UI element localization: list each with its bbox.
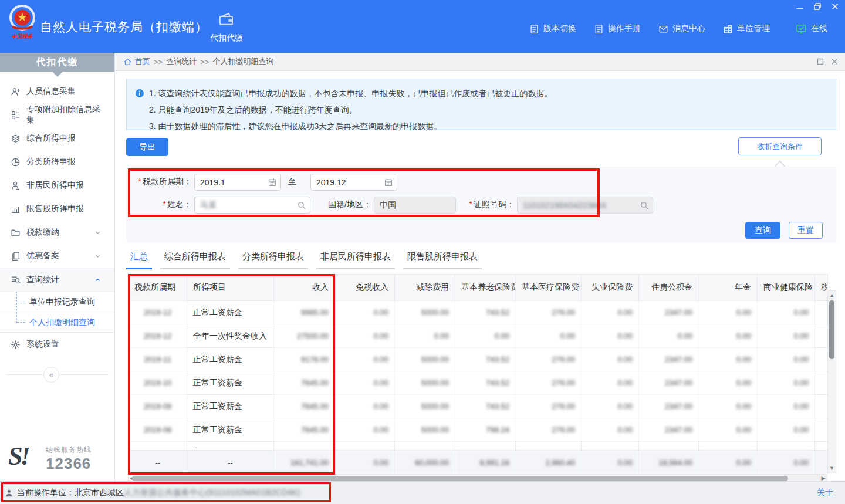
header-nav-version[interactable]: 版本切换: [529, 23, 576, 34]
scroll-up-icon[interactable]: ▲: [828, 292, 836, 299]
vertical-scrollbar-thumb[interactable]: [829, 300, 834, 359]
table-header-cell: 商业健康保险: [758, 275, 815, 301]
hotline-block: S! 纳税服务热线 12366: [8, 441, 108, 474]
table-cell: 正常工资薪金: [187, 418, 274, 442]
tab-3[interactable]: 非居民所得申报表: [316, 251, 395, 269]
table-row: 2019-12正常工资薪金9985.000.005000.00743.52279…: [129, 301, 828, 324]
sidebar-subitem-0[interactable]: 单位申报记录查询: [0, 291, 114, 312]
header-tab-withholding[interactable]: 代扣代缴: [204, 11, 249, 47]
sidebar-item-label: 优惠备案: [26, 251, 59, 261]
home-icon: [123, 57, 132, 66]
reset-button[interactable]: 重置: [789, 222, 823, 239]
calendar-icon[interactable]: [384, 178, 393, 187]
table-cell: 正常工资薪金: [187, 371, 274, 395]
table-cell: [699, 442, 758, 451]
sidebar-item-5[interactable]: 限售股所得申报: [0, 197, 114, 221]
wallet-icon: [217, 11, 236, 28]
query-button[interactable]: 查询: [745, 222, 780, 239]
scroll-down-icon[interactable]: ▼: [828, 465, 836, 472]
period-to-input[interactable]: 2019.12: [310, 174, 397, 191]
header-nav-org[interactable]: 单位管理: [723, 23, 770, 34]
table-cell: 9985.00: [274, 301, 335, 324]
panel-maximize-icon[interactable]: [817, 58, 824, 65]
app-title: 自然人电子税务局（扣缴端）: [40, 19, 208, 35]
sidebar-item-label: 税款缴纳: [26, 227, 59, 238]
app-header: 中国税务 自然人电子税务局（扣缴端） 代扣代缴 版本切换操作手册消息中心单位管理…: [0, 0, 845, 53]
name-label: *姓名：: [150, 199, 192, 210]
sidebar-item-2[interactable]: 综合所得申报: [0, 127, 114, 150]
table-cell: 279.00: [516, 371, 582, 395]
table-row: 2019-10正常工资薪金7645.000.005000.00743.52279…: [129, 371, 828, 395]
search-icon[interactable]: [640, 201, 649, 210]
table-cell: 7645.00: [274, 418, 335, 442]
close-icon[interactable]: [830, 2, 840, 13]
export-button[interactable]: 导出: [126, 138, 168, 156]
breadcrumb-level1[interactable]: 查询统计: [166, 56, 197, 67]
sidebar-item-7[interactable]: 优惠备案: [0, 244, 114, 268]
table-cell: 2347.00: [639, 395, 699, 418]
header-tab-label: 代扣代缴: [204, 33, 249, 43]
sidebar-item-3[interactable]: 分类所得申报: [0, 150, 114, 174]
tab-1[interactable]: 综合所得申报表: [160, 251, 230, 269]
tab-2[interactable]: 分类所得申报表: [238, 251, 308, 269]
table-cell: 279.00: [516, 301, 582, 324]
sidebar-item-8[interactable]: 查询统计: [0, 268, 114, 291]
table-cell: 2347.00: [639, 301, 699, 324]
minimize-icon[interactable]: [795, 2, 805, 13]
current-unit-label: 当前操作单位：: [17, 488, 75, 498]
folder-icon: [11, 228, 21, 238]
table-header-cell: 减除费用: [395, 275, 455, 301]
nav-label: 消息中心: [672, 23, 705, 34]
sidebar-item-6[interactable]: 税款缴纳: [0, 221, 114, 244]
sidebar-item-label: 查询统计: [26, 275, 59, 285]
table-cell: 0.00: [582, 301, 639, 324]
search-icon[interactable]: [297, 201, 306, 210]
table-cell: 2,960.40: [516, 451, 582, 475]
sidebar-item-0[interactable]: 人员信息采集: [0, 80, 114, 103]
table-row: 2019-12全年一次性奖金收入27500.000.000.000.000.00…: [129, 324, 828, 348]
sidebar-collapse-button[interactable]: «: [43, 367, 59, 383]
sidebar-subitem-1[interactable]: 个人扣缴明细查询: [0, 312, 114, 332]
about-link[interactable]: 关于: [817, 488, 833, 498]
table-cell: 0.00: [455, 324, 516, 348]
table-cell: 全年一次性奖金收入: [187, 324, 274, 348]
panel-close-icon[interactable]: [831, 58, 838, 65]
table-header-cell: 所得项目: [187, 275, 274, 301]
tab-0[interactable]: 汇总: [126, 251, 152, 269]
header-nav-messages[interactable]: 消息中心: [658, 23, 705, 34]
restore-icon[interactable]: [812, 2, 823, 13]
collapse-query-button[interactable]: 收折查询条件: [738, 137, 822, 155]
main-content: 1. 该查询统计表仅能查询已申报成功的数据，不包含未申报、申报失败，已申报但已作…: [115, 71, 845, 481]
table-cell: 0.00: [582, 324, 639, 348]
nationality-label: 国籍/地区：: [322, 199, 371, 210]
table-cell: 0.00: [582, 451, 639, 475]
sidebar-item-settings[interactable]: 系统设置: [0, 333, 114, 356]
period-from-input[interactable]: 2019.1: [194, 174, 281, 191]
sidebar-item-1[interactable]: 专项附加扣除信息采集: [0, 103, 114, 127]
table-cell: [335, 442, 395, 451]
table-cell: 0.00: [335, 324, 395, 348]
notice-line: 2. 只能查询2019年及之后的数据，不能进行跨年度查询。: [135, 102, 827, 118]
vertical-scrollbar[interactable]: ▲ ▼: [827, 290, 836, 473]
table-cell: 9178.00: [274, 348, 335, 371]
table-cell: 正常工资薪金: [187, 301, 274, 324]
table-cell: 0.00: [582, 395, 639, 418]
table-cell: [815, 301, 828, 324]
header-nav-manual[interactable]: 操作手册: [594, 23, 641, 34]
breadcrumb-home[interactable]: 首页: [135, 56, 150, 67]
query-form: *税款所属期： 2019.1 至 2019.12 *姓名： 马某 国籍/地区： …: [126, 167, 836, 242]
tab-4[interactable]: 限售股所得申报表: [403, 251, 482, 269]
chevron-down-icon: [94, 252, 102, 260]
calendar-icon[interactable]: [268, 178, 277, 187]
table-header-cell: 税款所属期: [129, 275, 187, 301]
sidebar-item-4[interactable]: 非居民所得申报: [0, 174, 114, 197]
table-cell: 5000.00: [395, 371, 455, 395]
table-cell: [815, 348, 828, 371]
horizontal-scrollbar-thumb[interactable]: [132, 476, 788, 481]
name-input[interactable]: 马某: [194, 197, 310, 214]
sidebar-item-label: 综合所得申报: [26, 133, 76, 144]
id-number-input[interactable]: 110102199X0422384X: [517, 197, 653, 214]
bar-chart-icon: [11, 204, 21, 214]
online-status[interactable]: 在线: [796, 23, 827, 34]
info-icon: [135, 89, 144, 98]
